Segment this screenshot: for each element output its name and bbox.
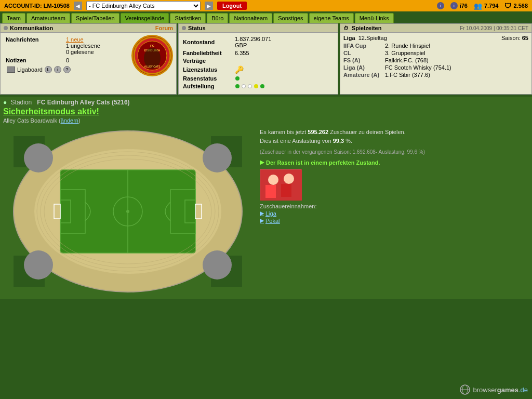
lizenz-value: 🔑	[235, 65, 244, 74]
fan-image	[260, 169, 301, 200]
lizenz-label: Lizenzstatus	[183, 66, 235, 73]
kommunikation-left: Nachrichten 1 neue 1 ungelesene 0 gelese…	[4, 35, 127, 76]
ligaboard-row: Ligaboard L i ?	[4, 65, 127, 75]
nav-tabs: Team Amateurteam Spiele/Tabellen Vereins…	[0, 11, 532, 23]
amateure-label: Amateure (A)	[343, 72, 385, 78]
ligaboard-i[interactable]: i	[54, 66, 61, 73]
bg-globe-icon	[459, 384, 471, 395]
dot4	[254, 84, 258, 88]
account-id: ACCOUNT-ID: LM-10508	[4, 3, 70, 9]
lizenz-row: Lizenzstatus 🔑	[183, 65, 334, 74]
svg-point-14	[203, 250, 232, 280]
ungelesene-text: 1 ungelesene	[66, 43, 100, 49]
next-team-button[interactable]: ▶	[205, 2, 213, 10]
tab-buero[interactable]: Büro	[207, 13, 228, 23]
club-logo-circle: FC EDINBURGH ALLEY CATS	[131, 35, 173, 76]
zuschauer-einnahmen-title: Zuschauereinnahmen:	[260, 203, 527, 209]
liga-arrow: ▶	[260, 210, 264, 217]
spielzeiten-title: ⏱ Spielzeiten	[343, 25, 381, 31]
pokal-link[interactable]: Pokal	[265, 218, 280, 224]
nachrichten-values: 1 neue 1 ungelesene 0 gelesene	[65, 36, 126, 56]
forum-link[interactable]: Forum	[155, 25, 173, 31]
tab-vereinsgelaende[interactable]: Vereinsgelände	[121, 13, 169, 23]
tab-menu-links[interactable]: Menü-Links	[355, 13, 394, 23]
status-dot	[182, 26, 186, 30]
liga-einnahmen-link[interactable]: ▶ Liga	[260, 210, 527, 217]
svg-point-32	[284, 174, 294, 184]
security-mode[interactable]: Sicherheitsmodus aktiv!	[3, 107, 529, 116]
ligaboard-l[interactable]: L	[45, 66, 52, 73]
tab-statistiken[interactable]: Statistiken	[170, 13, 206, 23]
svg-point-11	[24, 143, 53, 172]
cl-label: CL	[343, 50, 385, 56]
zuschauer-suffix: Zuschauer zu deinen Spielen.	[330, 129, 406, 135]
vertraege-label: Verträge	[183, 58, 235, 64]
spielzeiten-header: ⏱ Spielzeiten Fr 10.04.2009 | 00:35:31 C…	[340, 24, 531, 33]
gelesene-text: 0 gelesene	[66, 49, 94, 55]
tab-nationalteam[interactable]: Nationalteam	[229, 13, 272, 23]
zuschauer-num: 595.262	[308, 129, 328, 135]
svg-point-12	[203, 143, 232, 172]
spielzeiten-body: Liga 12.Spieltag Saison: 65 IIFA Cup 2. …	[340, 33, 531, 81]
kontostand-label: Kontostand	[183, 39, 235, 45]
info-stat: i	[437, 2, 444, 9]
i76-stat: i i76	[450, 2, 468, 9]
stadium-info: Es kamen bis jetzt 595.262 Zuschauer zu …	[258, 126, 529, 297]
saison: Saison: 65	[501, 35, 528, 41]
notizen-value: 0	[65, 57, 126, 64]
kontostand-row: Kontostand 1.837.296.071GBP	[183, 36, 334, 48]
liga-spieltag: Liga 12.Spieltag	[343, 35, 387, 41]
aufstellung-row: Aufstellung	[183, 83, 334, 89]
status-body: Kontostand 1.837.296.071GBP Fanbeliebthe…	[179, 33, 338, 94]
rasen-dot	[235, 76, 240, 81]
prev-team-button[interactable]: ◀	[74, 2, 82, 10]
nachrichten-label: Nachrichten	[5, 36, 64, 56]
amateure-row: Amateure (A) 1.FC Sibir (377.6)	[343, 72, 528, 78]
aufstellung-dots	[235, 84, 265, 88]
svg-rect-34	[281, 184, 291, 197]
svg-point-13	[24, 250, 53, 280]
tab-eigene-teams[interactable]: eigene Teams	[309, 13, 354, 23]
iifacup-row: IIFA Cup 2. Runde Hinspiel	[343, 43, 528, 49]
notizen-row: Notizen 0	[5, 57, 126, 64]
kontostand-value: 1.837.296.071GBP	[235, 36, 271, 48]
kommunikation-table: Nachrichten 1 neue 1 ungelesene 0 gelese…	[4, 35, 127, 65]
stadium-full-name: FC Edinburgh Alley Cats (5216)	[37, 99, 129, 106]
status-panel: Status Kontostand 1.837.296.071GBP Fanbe…	[178, 23, 338, 95]
aufstellung-label: Aufstellung	[183, 83, 235, 89]
zuschauer-prefix: Es kamen bis jetzt	[260, 129, 306, 135]
stadium-svg	[3, 126, 252, 297]
fanbeliebtheit-row: Fanbeliebtheit 6.355	[183, 50, 334, 56]
svg-text:ALLEY CATS: ALLEY CATS	[144, 65, 161, 68]
stadium-header-row: ● Stadion FC Edinburgh Alley Cats (5216)	[3, 99, 529, 106]
status-header: Status	[179, 24, 338, 33]
top-bar: ACCOUNT-ID: LM-10508 ◀ - FC Edinburgh Al…	[0, 0, 532, 11]
tab-amateurteam[interactable]: Amateurteam	[26, 13, 70, 23]
fan-image-container	[260, 169, 527, 200]
logout-button[interactable]: Logout	[217, 2, 247, 10]
status-title: Status	[182, 25, 335, 31]
kommunikation-body: Nachrichten 1 neue 1 ungelesene 0 gelese…	[1, 33, 176, 78]
fs-value: Falkirk.F.C. (768)	[385, 57, 528, 63]
last-season-text: (Zuschauer in der vergangenen Saison: 1.…	[260, 149, 527, 155]
auslastung-num: 99,3	[333, 138, 344, 144]
rasen-label: Rasenstatus	[183, 75, 235, 82]
kommunikation-title: Kommunikation	[4, 25, 53, 31]
tab-sonstiges[interactable]: Sonstiges	[273, 13, 308, 23]
kommunikation-header: Kommunikation Forum	[1, 24, 176, 33]
tab-team[interactable]: Team	[2, 13, 25, 23]
liga-link[interactable]: Liga	[265, 210, 276, 217]
iifacup-value: 2. Runde Hinspiel	[385, 43, 528, 49]
boardwalk-name: Alley Cats Boardwalk	[3, 117, 57, 124]
tab-spiele[interactable]: Spiele/Tabellen	[71, 13, 119, 23]
neue-link[interactable]: 1 neue	[66, 36, 84, 43]
pokal-arrow: ▶	[260, 217, 264, 224]
team-select[interactable]: - FC Edinburgh Alley Cats	[86, 1, 201, 10]
auslastung-prefix: Dies ist eine Auslastung von	[260, 138, 331, 144]
pokal-einnahmen-link[interactable]: ▶ Pokal	[260, 217, 527, 224]
rasen-value	[235, 76, 240, 81]
stadium-section: ● Stadion FC Edinburgh Alley Cats (5216)…	[0, 97, 532, 299]
ligaboard-q[interactable]: ?	[63, 66, 71, 73]
change-link[interactable]: ändern	[61, 117, 78, 124]
cl-value: 3. Gruppenspiel	[385, 50, 528, 56]
